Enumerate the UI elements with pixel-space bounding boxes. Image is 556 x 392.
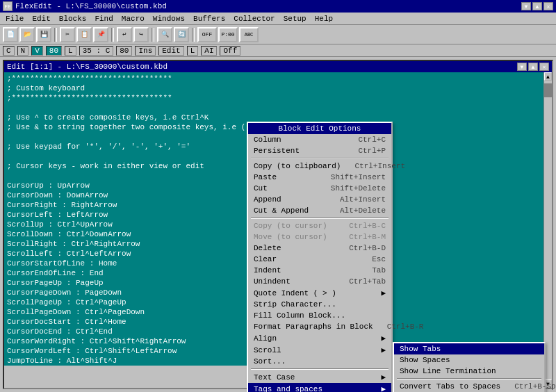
scroll-thumb[interactable]	[544, 83, 552, 97]
menu-paste[interactable]: Paste Shift+Insert	[248, 172, 391, 183]
menu-help[interactable]: Help	[311, 14, 337, 24]
menu-file[interactable]: File	[1, 14, 28, 24]
toolbar-b2[interactable]: P:00	[218, 27, 238, 42]
toolbar-copy[interactable]: 📋	[76, 27, 92, 42]
menu-cut-append[interactable]: Cut & Append Alt+Delete	[248, 205, 391, 216]
toolbar-new[interactable]: 📄	[3, 27, 18, 42]
app-icon: FE	[3, 1, 13, 11]
menu-delete-label: Delete	[254, 244, 281, 252]
toolbar-undo[interactable]: ↩	[117, 27, 132, 42]
menu-fill-column[interactable]: Fill Column Block...	[248, 310, 391, 321]
status-ai: AI	[201, 46, 217, 56]
tags-spaces-arrow: ▶	[381, 384, 386, 392]
menu-show-line-termination-label: Show Line Termination	[400, 367, 496, 375]
scroll-arrow: ▶	[381, 345, 386, 354]
menu-cut-append-label: Cut & Append	[254, 206, 309, 215]
toolbar-save[interactable]: 💾	[36, 27, 51, 42]
menu-sort[interactable]: Sort...	[248, 356, 391, 367]
status-ins: Ins	[135, 46, 156, 56]
menu-setup[interactable]: Setup	[279, 14, 311, 24]
menu-buffers[interactable]: Buffers	[189, 14, 229, 24]
status-c: C	[3, 46, 15, 56]
menu-move-cursor[interactable]: Move (to cursor) Ctrl+B-M	[248, 231, 391, 243]
editor-close[interactable]: ✕	[539, 63, 549, 71]
toolbar-sep1	[54, 28, 57, 42]
toolbar-b1[interactable]: OFF	[197, 27, 217, 42]
menu-quote-indent[interactable]: Quote Indent ( > ) ▶	[248, 287, 391, 299]
status-col: 80	[116, 46, 132, 56]
toolbar-redo[interactable]: ↪	[133, 27, 149, 42]
menu-persistent[interactable]: Persistent Ctrl+P	[248, 145, 391, 156]
editor-line	[7, 103, 534, 113]
toolbar: 📄 📂 💾 ✂ 📋 📌 ↩ ↪ 🔍 🔄 OFF P:00 ABC	[0, 25, 556, 44]
menu-tags-spaces[interactable]: Tags and spaces ▶	[248, 383, 391, 392]
menu-unindent-shortcut: Ctrl+Tab	[349, 277, 386, 286]
menu-indent-label: Indent	[254, 266, 281, 275]
menu-show-tabs-label: Show Tabs	[400, 345, 441, 353]
menu-persistent-label: Persistent	[254, 147, 300, 155]
toolbar-open[interactable]: 📂	[19, 27, 35, 42]
menu-bar: File Edit Blocks Find Macro Windows Buff…	[0, 13, 556, 25]
toolbar-paste[interactable]: 📌	[93, 27, 108, 42]
menu-quote-indent-label: Quote Indent ( > )	[254, 289, 336, 297]
close-button[interactable]: ✕	[543, 2, 553, 10]
menu-macro[interactable]: Macro	[117, 14, 149, 24]
toolbar-replace[interactable]: 🔄	[174, 27, 189, 42]
menu-cut[interactable]: Cut Shift+Delete	[248, 183, 391, 194]
editor-maximize[interactable]: ▲	[528, 63, 538, 71]
menu-align[interactable]: Align ▶	[248, 332, 391, 344]
menu-fill-column-label: Fill Column Block...	[254, 311, 345, 320]
menu-text-case[interactable]: Text Case ▶	[248, 371, 391, 383]
menu-show-spaces[interactable]: Show Spaces	[394, 354, 544, 366]
scroll-up[interactable]: ▲	[544, 72, 552, 81]
menu-clear[interactable]: Clear Esc	[248, 254, 391, 265]
menu-text-case-label: Text Case	[254, 373, 295, 382]
menu-paste-shortcut: Shift+Insert	[331, 173, 386, 181]
minimize-button[interactable]: ▼	[521, 2, 531, 10]
align-arrow: ▶	[381, 334, 386, 343]
menu-delete[interactable]: Delete Ctrl+B-D	[248, 243, 391, 254]
toolbar-b3[interactable]: ABC	[239, 27, 259, 42]
toolbar-find[interactable]: 🔍	[157, 27, 172, 42]
editor-line: ;***********************************	[7, 93, 534, 103]
menu-sort-label: Sort...	[254, 357, 286, 366]
menu-indent[interactable]: Indent Tab	[248, 265, 391, 276]
menu-blocks[interactable]: Blocks	[55, 14, 91, 24]
sep2	[251, 218, 389, 219]
menu-find[interactable]: Find	[90, 14, 117, 24]
menu-copy-clipboard[interactable]: Copy (to clipboard) Ctrl+Insert	[248, 161, 391, 172]
toolbar-sep4	[192, 28, 195, 42]
maximize-button[interactable]: ▲	[532, 2, 542, 10]
menu-tags-spaces-label: Tags and spaces	[254, 385, 322, 393]
menu-format-paragraphs[interactable]: Format Paragraphs in Block Ctrl+B-R	[248, 321, 391, 332]
menu-indent-shortcut: Tab	[372, 266, 386, 275]
editor-title-buttons: ▼ ▲ ✕	[517, 63, 549, 71]
content-area: Edit [1:1] - L:\FS_30000\custom.kbd ▼ ▲ …	[0, 57, 556, 392]
menu-column[interactable]: Column Ctrl+C	[248, 134, 391, 145]
menu-copy-cursor-shortcut: Ctrl+B-C	[349, 222, 386, 230]
editor-minimize[interactable]: ▼	[517, 63, 527, 71]
menu-edit[interactable]: Edit	[28, 14, 54, 24]
menu-scroll[interactable]: Scroll ▶	[248, 344, 391, 356]
menu-append-shortcut: Alt+Insert	[340, 195, 386, 204]
menu-convert-tabs-spaces[interactable]: Convert Tabs to Spaces Ctrl+B-Space	[394, 381, 544, 392]
menu-collector[interactable]: Collector	[229, 14, 279, 24]
sep1	[251, 158, 389, 159]
text-case-arrow: ▶	[381, 373, 386, 382]
toolbar-sep2	[111, 28, 114, 42]
menu-strip-char[interactable]: Strip Character...	[248, 299, 391, 310]
menu-scroll-label: Scroll	[254, 346, 281, 354]
menu-copy-cursor[interactable]: Copy (to cursor) Ctrl+B-C	[248, 220, 391, 231]
menu-windows[interactable]: Windows	[149, 14, 189, 24]
menu-unindent[interactable]: Unindent Ctrl+Tab	[248, 276, 391, 287]
tags-spaces-menu: Show Tabs Show Spaces Show Line Terminat…	[393, 342, 546, 392]
menu-paste-label: Paste	[254, 173, 277, 181]
menu-append[interactable]: Append Alt+Insert	[248, 194, 391, 205]
menu-show-tabs[interactable]: Show Tabs	[394, 343, 544, 354]
menu-convert-tabs-spaces-shortcut: Ctrl+B-Space	[514, 382, 556, 391]
sep3	[251, 368, 389, 370]
toolbar-cut[interactable]: ✂	[60, 27, 75, 42]
menu-show-line-termination[interactable]: Show Line Termination	[394, 366, 544, 377]
editor-title-text: Edit [1:1] - L:\FS_30000\custom.kbd	[7, 63, 167, 71]
menu-show-spaces-label: Show Spaces	[400, 356, 450, 364]
